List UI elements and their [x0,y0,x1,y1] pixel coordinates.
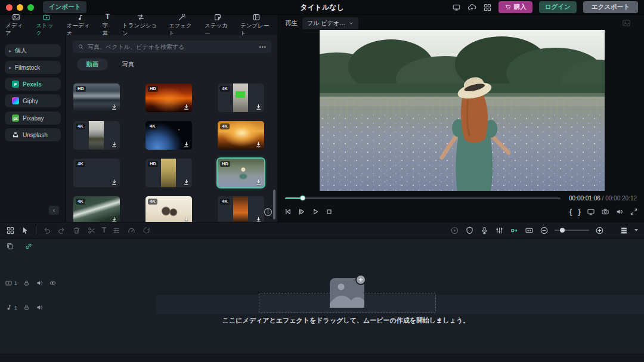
stock-video-thumbnail[interactable]: 4K [218,121,264,150]
download-icon[interactable] [182,216,190,222]
search-bar[interactable]: ••• [73,41,271,53]
track-height-caret-icon[interactable] [634,229,638,231]
stock-video-thumbnail[interactable]: 4K [73,159,120,187]
scopes-icon[interactable] [622,18,631,27]
track-height-button[interactable] [620,226,628,235]
tab-templates[interactable]: テンプレート [237,12,275,39]
timeline-zoom-slider[interactable] [555,230,589,231]
tab-stock[interactable]: ストック [33,12,60,39]
download-icon[interactable] [182,141,190,148]
zoom-out-button[interactable] [540,226,549,235]
sidebar-group-filmstock[interactable]: ▸Filmstock [5,61,61,74]
collapse-sidebar-button[interactable]: ‹ [49,206,59,215]
transport-controls: { } [284,206,638,218]
sidebar-item-unsplash[interactable]: Unsplash [5,128,61,141]
stock-video-thumbnail[interactable]: HD [73,83,120,112]
play-button[interactable] [311,208,320,216]
previous-frame-button[interactable] [284,208,292,216]
zoom-window-button[interactable] [27,4,34,11]
display-device-button[interactable] [587,208,595,216]
download-icon[interactable] [255,216,262,222]
auto-ripple-icon[interactable] [510,226,519,235]
add-media-plus-icon[interactable] [355,274,366,285]
tab-subtitles[interactable]: T字幕 [100,12,116,39]
redo-icon[interactable] [57,226,66,235]
select-tool-icon[interactable] [21,226,30,235]
stock-video-thumbnail-selected[interactable]: HD [218,159,264,187]
stock-video-thumbnail[interactable]: 4K [218,196,264,222]
zoom-in-button[interactable] [595,226,604,235]
tab-media[interactable]: メディア [2,12,29,39]
delete-icon[interactable] [72,226,81,235]
audio-mixer-icon[interactable] [495,226,504,235]
info-icon[interactable] [263,207,273,217]
stock-video-thumbnail[interactable]: 4K [73,121,120,150]
scrollbar-thumb[interactable] [273,190,275,219]
lock-icon[interactable] [23,304,30,311]
stock-video-thumbnail[interactable]: 4K [145,196,192,222]
voiceover-mic-icon[interactable] [480,226,489,235]
download-icon[interactable] [110,216,118,222]
download-icon[interactable] [110,178,118,186]
tab-transitions[interactable]: トランジション [119,12,162,39]
stock-video-thumbnail[interactable]: 4K [145,121,192,150]
playback-quality-dropdown[interactable]: フル ビデオ… [302,17,358,29]
fullscreen-button[interactable] [630,208,638,216]
lock-icon[interactable] [23,279,30,287]
download-icon[interactable] [110,141,118,148]
stock-video-thumbnail[interactable]: 4K [73,196,120,222]
download-icon[interactable] [255,141,262,148]
close-window-button[interactable] [6,4,13,11]
download-icon[interactable] [255,178,262,186]
zoom-slider-handle[interactable] [560,228,565,233]
stock-video-thumbnail[interactable]: 4K [218,83,264,112]
tab-audio[interactable]: オーディオ [64,12,96,39]
sidebar-item-pixabay[interactable]: pxPixabay [5,112,61,125]
volume-button[interactable] [615,208,624,216]
sidebar-item-giphy[interactable]: Giphy [5,94,61,107]
more-options-button[interactable]: ••• [259,44,267,50]
stock-video-thumbnail[interactable]: HD [145,83,192,112]
cloud-upload-icon[interactable] [467,3,476,12]
text-tool-icon[interactable]: T [102,226,106,235]
link-clips-icon[interactable] [24,242,33,250]
next-frame-button[interactable] [298,208,306,216]
filter-photo-button[interactable]: 写真 [122,60,134,69]
snapshot-camera-button[interactable] [601,208,609,216]
mark-out-button[interactable]: } [578,208,581,216]
minimize-window-button[interactable] [17,4,23,11]
keyframe-adjust-icon[interactable] [112,226,121,235]
apps-grid-icon[interactable] [483,3,492,12]
login-button[interactable]: ログイン [539,1,577,13]
motion-tracking-icon[interactable] [142,226,151,235]
sidebar-group-personal[interactable]: ▸個人 [5,44,61,57]
tab-effects[interactable]: エフェクト [166,12,198,39]
speaker-icon[interactable] [36,304,44,311]
tab-stickers[interactable]: ステッカー [202,12,234,39]
marker-shield-icon[interactable] [465,226,474,235]
display-icon[interactable] [452,3,461,12]
speaker-icon[interactable] [36,279,44,287]
split-scissors-icon[interactable] [87,226,96,235]
search-input[interactable] [88,44,256,50]
download-icon[interactable] [255,103,262,111]
render-preview-icon[interactable] [450,226,459,235]
duplicate-icon[interactable] [6,242,14,250]
filter-video-button[interactable]: 動画 [77,58,108,70]
download-icon[interactable] [182,103,190,111]
stop-button[interactable] [325,208,333,216]
undo-icon[interactable] [42,226,51,235]
speed-icon[interactable] [127,226,136,235]
media-browser-icon[interactable] [6,226,15,235]
sidebar-item-pexels[interactable]: PPexels [5,78,61,91]
download-icon[interactable] [182,178,190,186]
eye-icon[interactable] [49,279,57,287]
stock-video-thumbnail[interactable]: HD [145,159,192,187]
purchase-button[interactable]: 購入 [499,1,532,13]
seek-handle[interactable] [300,196,305,201]
download-icon[interactable] [110,103,118,111]
mark-in-button[interactable]: { [569,208,572,216]
export-button[interactable]: エクスポート [583,1,638,13]
snapshot-frame-icon[interactable] [525,226,534,235]
seek-bar[interactable] [285,197,561,199]
